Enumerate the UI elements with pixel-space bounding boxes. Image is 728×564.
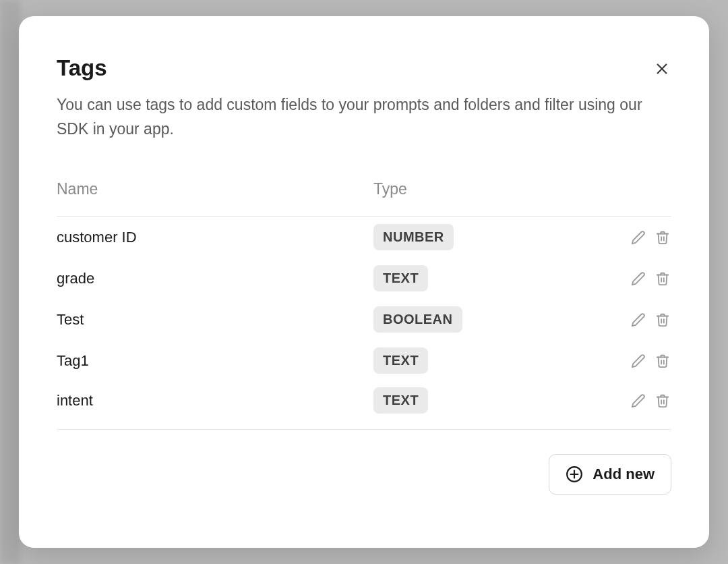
tag-type-cell: TEXT — [373, 347, 611, 374]
edit-button[interactable] — [630, 270, 647, 287]
delete-button[interactable] — [654, 311, 671, 329]
edit-button[interactable] — [630, 392, 647, 410]
tag-type-cell: TEXT — [373, 387, 611, 414]
tags-modal: Tags You can use tags to add custom fiel… — [19, 16, 709, 548]
edit-button[interactable] — [630, 311, 647, 329]
pencil-icon — [631, 393, 646, 408]
modal-title: Tags — [57, 55, 107, 81]
pencil-icon — [631, 271, 646, 286]
type-badge: TEXT — [373, 347, 428, 374]
pencil-icon — [631, 230, 646, 245]
modal-footer: Add new — [57, 454, 671, 495]
add-new-label: Add new — [593, 466, 655, 483]
trash-icon — [655, 271, 670, 286]
backdrop-blur — [0, 0, 20, 564]
table-row: Tag1TEXT — [57, 340, 671, 381]
delete-button[interactable] — [654, 352, 671, 370]
trash-icon — [655, 393, 670, 408]
modal-header: Tags — [57, 55, 671, 81]
tag-name: Test — [57, 311, 373, 329]
close-icon — [655, 61, 669, 76]
type-badge: TEXT — [373, 387, 428, 414]
type-badge: TEXT — [373, 265, 428, 291]
pencil-icon — [631, 354, 646, 368]
trash-icon — [655, 230, 670, 245]
edit-button[interactable] — [630, 352, 647, 370]
table-row: intentTEXT — [57, 381, 671, 430]
pencil-icon — [631, 312, 646, 327]
tag-type-cell: BOOLEAN — [373, 306, 611, 333]
table-header-row: Name Type — [57, 180, 671, 217]
tag-name: intent — [57, 392, 373, 410]
trash-icon — [655, 312, 670, 327]
trash-icon — [655, 354, 670, 368]
column-header-type: Type — [373, 180, 611, 198]
row-actions — [611, 229, 671, 246]
row-actions — [611, 392, 671, 410]
table-body: customer IDNUMBERgradeTEXTTestBOOLEANTag… — [57, 217, 671, 430]
modal-description: You can use tags to add custom fields to… — [57, 93, 650, 141]
row-actions — [611, 270, 671, 287]
delete-button[interactable] — [654, 392, 671, 410]
close-button[interactable] — [653, 59, 671, 78]
tag-name: grade — [57, 270, 373, 287]
table-row: gradeTEXT — [57, 258, 671, 299]
delete-button[interactable] — [654, 270, 671, 287]
tag-type-cell: TEXT — [373, 265, 611, 291]
plus-circle-icon — [566, 466, 583, 483]
row-actions — [611, 311, 671, 329]
row-actions — [611, 352, 671, 370]
tag-name: Tag1 — [57, 352, 373, 370]
table-row: customer IDNUMBER — [57, 217, 671, 258]
column-header-name: Name — [57, 180, 373, 198]
delete-button[interactable] — [654, 229, 671, 246]
tag-type-cell: NUMBER — [373, 224, 611, 250]
edit-button[interactable] — [630, 229, 647, 246]
tag-name: customer ID — [57, 229, 373, 246]
table-row: TestBOOLEAN — [57, 299, 671, 340]
type-badge: NUMBER — [373, 224, 454, 250]
add-new-button[interactable]: Add new — [549, 454, 671, 495]
type-badge: BOOLEAN — [373, 306, 462, 333]
